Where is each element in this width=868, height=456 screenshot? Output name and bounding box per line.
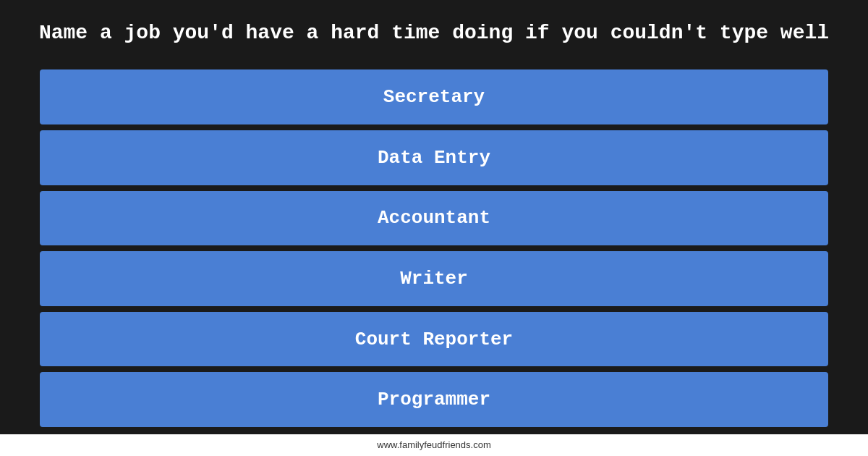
answer-row-1[interactable]: Data Entry (40, 130, 828, 185)
answers-container: SecretaryData EntryAccountantWriterCourt… (0, 62, 868, 434)
question-text: Name a job you'd have a hard time doing … (39, 22, 829, 44)
answer-row-5[interactable]: Programmer (40, 372, 828, 427)
question-bar: Name a job you'd have a hard time doing … (0, 0, 868, 62)
answer-row-3[interactable]: Writer (40, 251, 828, 306)
answer-label-4: Court Reporter (355, 329, 513, 350)
answer-label-1: Data Entry (378, 147, 490, 169)
answer-label-2: Accountant (378, 207, 490, 229)
answer-row-4[interactable]: Court Reporter (40, 312, 828, 367)
footer-text: www.familyfeudfriends.com (377, 439, 491, 450)
answer-label-0: Secretary (383, 86, 485, 108)
answer-label-5: Programmer (378, 389, 490, 410)
app-container: Name a job you'd have a hard time doing … (0, 0, 868, 456)
footer: www.familyfeudfriends.com (0, 434, 868, 456)
answer-row-0[interactable]: Secretary (40, 69, 828, 124)
answer-row-2[interactable]: Accountant (40, 191, 828, 246)
answer-label-3: Writer (400, 268, 468, 290)
